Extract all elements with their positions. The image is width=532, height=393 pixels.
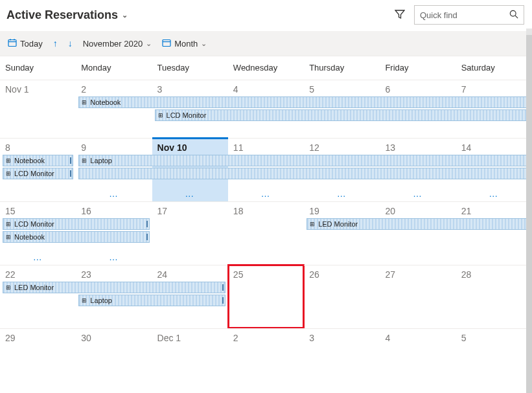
- product-icon: ⊞: [5, 170, 12, 177]
- search-placeholder: Quick find: [420, 10, 457, 20]
- calendar-cell[interactable]: 27: [380, 265, 456, 328]
- date-number: 13: [385, 142, 456, 153]
- calendar-cell[interactable]: 6: [380, 80, 456, 138]
- product-icon: ⊞: [157, 112, 165, 118]
- date-number: Nov 10: [157, 142, 228, 153]
- reservation-event[interactable]: ⊞LCD Monitor: [3, 168, 73, 179]
- calendar-icon: [162, 38, 171, 49]
- event-label: Laptop: [90, 297, 112, 304]
- reservation-event[interactable]: ⊞Notebook: [3, 231, 150, 243]
- event-label: LCD Monitor: [14, 170, 54, 177]
- reservation-event[interactable]: [78, 168, 529, 179]
- event-end-cap: [70, 157, 71, 164]
- search-input[interactable]: Quick find: [414, 5, 524, 25]
- event-label: LCD Monitor: [167, 111, 207, 119]
- date-number: 19: [309, 206, 380, 216]
- date-number: 23: [81, 269, 152, 280]
- view-mode-selector[interactable]: Month ⌄: [162, 38, 207, 49]
- calendar-cell[interactable]: 2: [228, 328, 304, 392]
- calendar-cell[interactable]: 5: [304, 80, 380, 138]
- event-end-cap: [222, 297, 224, 304]
- reservation-event[interactable]: ⊞Notebook: [78, 96, 529, 108]
- reservation-event[interactable]: ⊞LED Monitor: [3, 282, 226, 293]
- event-label: LCD Monitor: [14, 220, 54, 228]
- calendar-cell[interactable]: 5: [456, 328, 532, 392]
- calendar-cell[interactable]: 25: [228, 265, 304, 328]
- more-events-button[interactable]: …: [109, 252, 119, 262]
- date-number: 25: [233, 269, 304, 280]
- dow-header: Wednesday: [228, 56, 304, 80]
- more-events-button[interactable]: …: [33, 252, 43, 262]
- more-events-button[interactable]: …: [185, 188, 195, 199]
- calendar-cell[interactable]: 7: [456, 80, 532, 138]
- calendar-cell[interactable]: 22: [0, 265, 76, 328]
- calendar-cell[interactable]: 19: [304, 201, 380, 265]
- chevron-down-icon: ⌄: [146, 39, 152, 48]
- event-end-cap: [146, 221, 148, 227]
- event-end-cap: [70, 170, 71, 177]
- date-number: 18: [233, 206, 304, 216]
- event-label: Laptop: [90, 157, 112, 164]
- calendar-cell[interactable]: 26: [304, 265, 380, 328]
- period-selector[interactable]: November 2020 ⌄: [83, 39, 152, 49]
- scrollbar[interactable]: [526, 28, 532, 393]
- chevron-down-icon: ⌄: [201, 39, 207, 48]
- today-label: Today: [20, 39, 43, 49]
- reservation-event[interactable]: ⊞Laptop: [78, 295, 226, 306]
- calendar-cell[interactable]: 18: [228, 201, 304, 265]
- product-icon: ⊞: [80, 297, 88, 304]
- reservation-event[interactable]: ⊞LCD Monitor: [155, 109, 529, 121]
- reservation-event[interactable]: ⊞Laptop: [78, 155, 529, 166]
- view-selector[interactable]: Active Reservations ⌄: [6, 8, 128, 22]
- filter-icon[interactable]: [395, 9, 405, 21]
- date-number: 20: [385, 206, 456, 216]
- calendar-cell[interactable]: 4: [380, 328, 456, 392]
- calendar-cell[interactable]: 20: [380, 201, 456, 265]
- calendar-cell[interactable]: 3: [152, 80, 228, 138]
- dow-header: Saturday: [456, 56, 532, 80]
- today-button[interactable]: Today: [8, 38, 43, 49]
- date-number: 2: [233, 333, 304, 343]
- date-number: 29: [5, 333, 76, 343]
- date-number: 21: [461, 206, 532, 216]
- calendar-cell[interactable]: 17: [152, 201, 228, 265]
- more-events-button[interactable]: …: [413, 188, 423, 199]
- date-number: 8: [5, 142, 76, 153]
- svg-line-1: [515, 16, 518, 18]
- calendar-cell[interactable]: 30: [76, 328, 152, 392]
- calendar-cell[interactable]: 29: [0, 328, 76, 392]
- more-events-button[interactable]: …: [337, 188, 347, 199]
- date-number: 5: [461, 333, 532, 343]
- date-number: 14: [461, 142, 532, 153]
- more-events-button[interactable]: …: [109, 188, 119, 199]
- date-number: 22: [5, 269, 76, 280]
- more-events-button[interactable]: …: [489, 188, 499, 199]
- date-number: 12: [309, 142, 380, 153]
- calendar-cell[interactable]: 2: [76, 80, 152, 138]
- calendar-cell[interactable]: 4: [228, 80, 304, 138]
- next-period-button[interactable]: ↓: [68, 38, 73, 49]
- calendar-cell[interactable]: Dec 1: [152, 328, 228, 392]
- calendar-cell[interactable]: 3: [304, 328, 380, 392]
- event-end-cap: [222, 284, 224, 291]
- prev-period-button[interactable]: ↑: [53, 38, 58, 49]
- view-title-text: Active Reservations: [6, 8, 118, 22]
- reservation-event[interactable]: ⊞Notebook: [3, 155, 73, 166]
- date-number: Nov 1: [5, 84, 76, 95]
- date-number: 26: [309, 269, 380, 280]
- calendar-cell[interactable]: 28: [456, 265, 532, 328]
- product-icon: ⊞: [5, 284, 12, 291]
- more-events-button[interactable]: …: [260, 188, 271, 199]
- calendar-cell[interactable]: Nov 1: [0, 80, 76, 138]
- calendar-cell[interactable]: 21: [456, 201, 532, 265]
- product-icon: ⊞: [5, 221, 12, 227]
- dow-header: Monday: [76, 56, 152, 80]
- reservation-event[interactable]: ⊞LCD Monitor: [3, 218, 150, 230]
- view-mode-label: Month: [174, 39, 198, 49]
- reservation-event[interactable]: ⊞LED Monitor: [306, 218, 529, 230]
- date-number: 3: [157, 84, 228, 95]
- calendar-icon: [8, 38, 17, 49]
- event-label: Notebook: [90, 98, 121, 106]
- product-icon: ⊞: [308, 221, 316, 227]
- date-number: 17: [157, 206, 228, 216]
